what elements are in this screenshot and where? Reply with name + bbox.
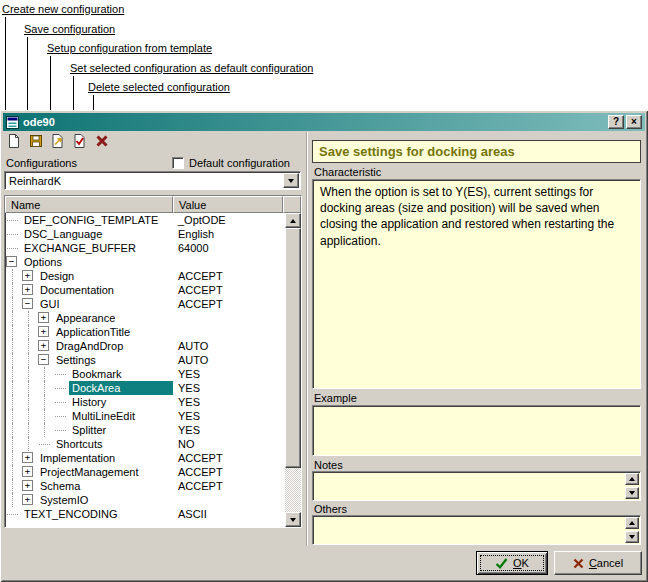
tree-row[interactable]: +SystemIO [5, 493, 285, 507]
save-configuration-button[interactable] [26, 132, 45, 150]
expand-icon[interactable]: + [22, 480, 33, 491]
tree-header: Name Value [5, 196, 301, 213]
set-default-configuration-button[interactable] [70, 132, 89, 150]
combobox-dropdown-button[interactable] [283, 173, 299, 188]
tree-row[interactable]: +SchemaACCEPT [5, 479, 285, 493]
column-header-name[interactable]: Name [5, 196, 173, 213]
tree-node-label[interactable]: Design [37, 269, 77, 283]
tree-row[interactable]: −GUIACCEPT [5, 297, 285, 311]
notes-label: Notes [314, 459, 343, 471]
scroll-up-icon[interactable] [285, 213, 301, 228]
expand-icon[interactable]: + [22, 270, 33, 281]
tree-node-label[interactable]: TEXT_ENCODING [21, 507, 121, 521]
tree-node-label[interactable]: Splitter [69, 423, 109, 437]
others-scrollbar[interactable] [625, 517, 639, 543]
tree-node-label[interactable]: DockArea [69, 381, 173, 395]
tree-row[interactable]: +DragAndDropAUTO [5, 339, 285, 353]
tree-row[interactable]: EXCHANGE_BUFFER64000 [5, 241, 285, 255]
annotation-line [50, 56, 51, 110]
tree-row[interactable]: +Appearance [5, 311, 285, 325]
app-icon[interactable] [6, 116, 19, 129]
configuration-combobox[interactable]: ReinhardK [4, 171, 301, 190]
tree-row[interactable]: DockAreaYES [5, 381, 285, 395]
delete-configuration-button[interactable] [92, 132, 111, 150]
tree-node-label[interactable]: GUI [37, 297, 63, 311]
tree-node-label[interactable]: SystemIO [37, 493, 91, 507]
expand-icon[interactable]: + [22, 494, 33, 505]
tree-node-label[interactable]: DSC_Language [21, 227, 105, 241]
scroll-down-icon[interactable] [285, 512, 301, 527]
tree-node-label[interactable]: Documentation [37, 283, 117, 297]
scroll-down-icon[interactable] [625, 487, 639, 499]
tree-node-value: YES [173, 395, 283, 409]
expand-icon[interactable]: + [22, 452, 33, 463]
tree-guide [5, 339, 21, 353]
tree-node-label[interactable]: Options [21, 255, 65, 269]
titlebar[interactable]: ode90 ? × [3, 113, 645, 131]
tree-row[interactable]: BookmarkYES [5, 367, 285, 381]
tree-node-label[interactable]: Settings [53, 353, 99, 367]
default-configuration-checkbox[interactable]: Default configuration [172, 157, 290, 169]
tree-row[interactable]: SplitterYES [5, 423, 285, 437]
tree-node-value [173, 255, 283, 269]
scroll-down-icon[interactable] [625, 531, 639, 543]
tree-node-label[interactable]: MultiLineEdit [69, 409, 138, 423]
tree-node-value [173, 311, 283, 325]
example-label: Example [314, 392, 357, 404]
tree-row[interactable]: +DesignACCEPT [5, 269, 285, 283]
expand-icon[interactable]: + [38, 326, 49, 337]
tree-row[interactable]: HistoryYES [5, 395, 285, 409]
tree-node-label[interactable]: EXCHANGE_BUFFER [21, 241, 139, 255]
scroll-up-icon[interactable] [625, 517, 639, 529]
expand-icon[interactable]: + [38, 312, 49, 323]
tree-node-label[interactable]: Shortcuts [53, 437, 105, 451]
tree-row[interactable]: −SettingsAUTO [5, 353, 285, 367]
tree-node-label[interactable]: ApplicationTitle [53, 325, 133, 339]
close-button[interactable]: × [626, 115, 642, 129]
tree-node-label[interactable]: Schema [37, 479, 83, 493]
tree-row[interactable]: TEXT_ENCODINGASCII [5, 507, 285, 521]
tree-scrollbar[interactable] [285, 213, 301, 527]
tree-expander-cell: + [21, 269, 37, 283]
tree-node-label[interactable]: DEF_CONFIG_TEMPLATE [21, 213, 161, 227]
tree-row[interactable]: +ImplementationACCEPT [5, 451, 285, 465]
tree-guide [21, 367, 37, 381]
tree-row[interactable]: +ProjectManagementACCEPT [5, 465, 285, 479]
tree-guide [21, 381, 37, 395]
example-box[interactable] [312, 405, 641, 456]
tree-row[interactable]: DSC_LanguageEnglish [5, 227, 285, 241]
help-button[interactable]: ? [608, 115, 624, 129]
tree-node-label[interactable]: Bookmark [69, 367, 125, 381]
tree-node-label[interactable]: Implementation [37, 451, 118, 465]
setup-configuration-from-template-button[interactable] [48, 132, 67, 150]
collapse-icon[interactable]: − [38, 354, 49, 365]
characteristic-box[interactable]: When the option is set to Y(ES), current… [312, 179, 641, 389]
collapse-icon[interactable]: − [6, 256, 17, 267]
checkbox-icon[interactable] [172, 157, 184, 169]
tree-node-label[interactable]: ProjectManagement [37, 465, 141, 479]
tree-row[interactable]: −Options [5, 255, 285, 269]
create-new-configuration-button[interactable] [4, 132, 23, 150]
expand-icon[interactable]: + [22, 466, 33, 477]
scrollbar-thumb[interactable] [285, 228, 301, 468]
expand-icon[interactable]: + [38, 340, 49, 351]
tree-expander-cell: + [37, 311, 53, 325]
tree-row[interactable]: ShortcutsNO [5, 437, 285, 451]
tree-row[interactable]: +DocumentationACCEPT [5, 283, 285, 297]
tree-row[interactable]: DEF_CONFIG_TEMPLATE_OptODE [5, 213, 285, 227]
tree-row[interactable]: MultiLineEditYES [5, 409, 285, 423]
column-header-value[interactable]: Value [173, 196, 283, 213]
tree-node-label[interactable]: Appearance [53, 311, 118, 325]
tree-row[interactable]: +ApplicationTitle [5, 325, 285, 339]
expand-icon[interactable]: + [22, 284, 33, 295]
tree-node-label[interactable]: History [69, 395, 109, 409]
tree-guide [5, 423, 21, 437]
notes-box[interactable] [312, 471, 641, 501]
tree-node-label[interactable]: DragAndDrop [53, 339, 126, 353]
collapse-icon[interactable]: − [22, 298, 33, 309]
ok-button[interactable]: OK [476, 551, 548, 575]
cancel-button[interactable]: Cancel [554, 551, 642, 575]
scroll-up-icon[interactable] [625, 473, 639, 485]
notes-scrollbar[interactable] [625, 473, 639, 499]
others-box[interactable] [312, 515, 641, 545]
